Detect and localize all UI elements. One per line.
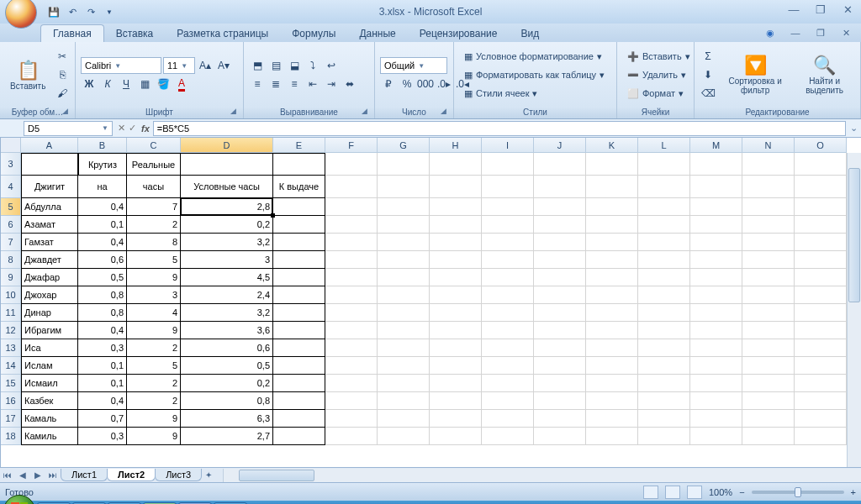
cell[interactable]: [586, 286, 638, 304]
column-header[interactable]: C: [127, 138, 181, 153]
cell[interactable]: [586, 339, 638, 357]
cell[interactable]: [378, 153, 430, 176]
cell[interactable]: [325, 286, 378, 304]
cell[interactable]: [430, 357, 482, 375]
cell[interactable]: Камаль: [21, 410, 78, 428]
column-header[interactable]: B: [78, 138, 127, 153]
zoom-in-button[interactable]: +: [851, 487, 856, 497]
row-header[interactable]: 6: [1, 216, 21, 234]
cell[interactable]: [534, 269, 586, 286]
cell[interactable]: [482, 216, 534, 234]
cell[interactable]: 2: [127, 339, 181, 357]
restore-button[interactable]: ❐: [811, 2, 831, 17]
cell[interactable]: [690, 322, 742, 339]
cell[interactable]: [586, 322, 638, 339]
cell[interactable]: Абдулла: [21, 198, 78, 216]
cell[interactable]: Джавдет: [21, 251, 78, 269]
help-icon[interactable]: ◉: [760, 25, 780, 40]
cell[interactable]: [273, 198, 325, 216]
cell[interactable]: [586, 410, 638, 428]
cell[interactable]: 3: [181, 251, 273, 269]
cell[interactable]: [690, 286, 742, 304]
cell[interactable]: [430, 428, 482, 445]
cell[interactable]: Динар: [21, 304, 78, 322]
orientation-button[interactable]: ⤵: [304, 57, 321, 74]
cell[interactable]: [378, 304, 430, 322]
qat-customize-icon[interactable]: ▼: [101, 3, 118, 20]
cell[interactable]: [325, 428, 378, 445]
cell[interactable]: Джохар: [21, 286, 78, 304]
cell[interactable]: [638, 339, 690, 357]
ribbon-tab-6[interactable]: Вид: [509, 25, 551, 42]
cell[interactable]: [690, 234, 742, 251]
cell[interactable]: [482, 198, 534, 216]
page-break-view-button[interactable]: [687, 486, 702, 499]
cell[interactable]: [795, 357, 847, 375]
column-header[interactable]: A: [21, 138, 78, 153]
cell[interactable]: 3,6: [181, 322, 273, 339]
cell[interactable]: [273, 339, 325, 357]
cell[interactable]: [482, 410, 534, 428]
cell[interactable]: [482, 269, 534, 286]
format-cells-button[interactable]: ⬜ Формат ▾: [622, 85, 689, 102]
close-button[interactable]: ✕: [837, 2, 858, 17]
cell[interactable]: 0,4: [78, 234, 127, 251]
cell[interactable]: Реальные: [127, 153, 181, 176]
cell[interactable]: 0,8: [78, 304, 127, 322]
cell[interactable]: [325, 216, 378, 234]
cell[interactable]: [795, 251, 847, 269]
cell[interactable]: [378, 428, 430, 445]
cell[interactable]: [325, 339, 378, 357]
cell[interactable]: [482, 322, 534, 339]
vertical-scrollbar[interactable]: [847, 153, 861, 467]
cell[interactable]: [586, 269, 638, 286]
cell[interactable]: 0,2: [181, 216, 273, 234]
cell[interactable]: Джигит: [21, 176, 78, 198]
cell[interactable]: [742, 392, 795, 410]
cell[interactable]: [534, 251, 586, 269]
cell[interactable]: [690, 153, 742, 176]
paste-button[interactable]: 📋Вставить: [5, 58, 50, 92]
shrink-font-button[interactable]: A▾: [215, 57, 232, 74]
alignment-launcher[interactable]: ◢: [359, 107, 369, 117]
cell[interactable]: [534, 339, 586, 357]
cell[interactable]: Условные часы: [181, 176, 273, 198]
cell[interactable]: [638, 234, 690, 251]
doc-minimize-button[interactable]: —: [785, 25, 806, 40]
enter-formula-icon[interactable]: ✓: [129, 123, 136, 134]
cell[interactable]: [795, 322, 847, 339]
cell[interactable]: [430, 251, 482, 269]
cell[interactable]: [325, 234, 378, 251]
ribbon-tab-2[interactable]: Разметка страницы: [165, 25, 280, 42]
cell[interactable]: [378, 339, 430, 357]
comma-button[interactable]: 000: [417, 76, 434, 92]
cell[interactable]: [482, 392, 534, 410]
format-as-table-button[interactable]: ▦ Форматировать как таблицу ▾: [459, 66, 611, 83]
cell[interactable]: [690, 304, 742, 322]
cell[interactable]: [430, 322, 482, 339]
align-right-button[interactable]: ≡: [286, 76, 303, 92]
ribbon-tab-5[interactable]: Рецензирование: [408, 25, 510, 42]
cell[interactable]: [534, 375, 586, 392]
cell[interactable]: [378, 176, 430, 198]
cell[interactable]: [638, 251, 690, 269]
cell[interactable]: 0,1: [78, 375, 127, 392]
cell[interactable]: 3,2: [181, 304, 273, 322]
cell[interactable]: [325, 322, 378, 339]
sheet-nav-prev[interactable]: ◀: [15, 469, 30, 482]
cell[interactable]: [534, 322, 586, 339]
percent-button[interactable]: %: [399, 76, 415, 92]
cell[interactable]: [690, 357, 742, 375]
cell[interactable]: [795, 410, 847, 428]
cell[interactable]: [534, 216, 586, 234]
cell[interactable]: 9: [127, 410, 181, 428]
cell[interactable]: Гамзат: [21, 234, 78, 251]
cell[interactable]: [378, 251, 430, 269]
cell[interactable]: [742, 322, 795, 339]
cell[interactable]: [430, 410, 482, 428]
formula-bar[interactable]: =B5*C5: [153, 121, 846, 136]
cell[interactable]: [795, 198, 847, 216]
format-painter-button[interactable]: 🖌: [54, 85, 71, 102]
ribbon-tab-3[interactable]: Формулы: [280, 25, 347, 42]
cell[interactable]: Азамат: [21, 216, 78, 234]
